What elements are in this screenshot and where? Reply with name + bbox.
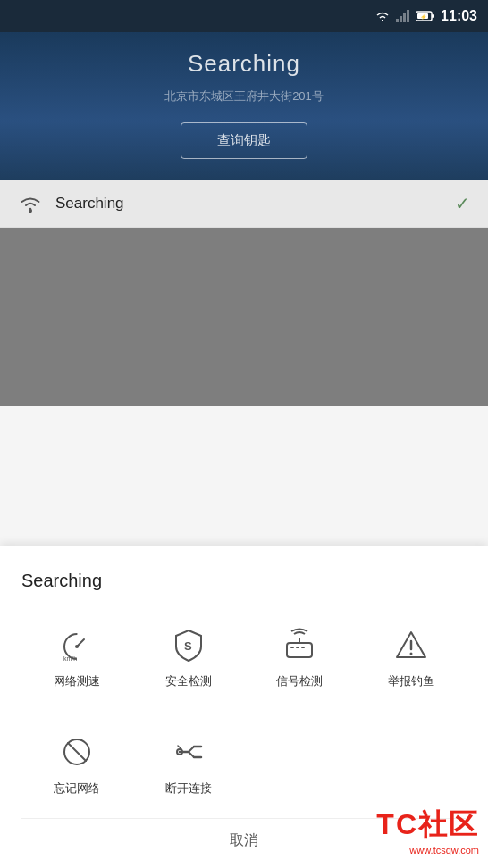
forget-network-item[interactable]: 忘记网络	[21, 720, 133, 809]
wifi-row[interactable]: Searching ✓	[0, 180, 488, 228]
report-phishing-icon	[391, 625, 431, 664]
forget-network-icon	[57, 732, 97, 772]
report-phishing-label: 举报钓鱼	[388, 673, 434, 689]
svg-rect-1	[400, 16, 402, 22]
svg-rect-0	[396, 19, 399, 22]
bottom-sheet: Searching km/h 网络测速 S 安全检测	[0, 546, 488, 868]
svg-line-22	[68, 743, 86, 761]
top-section: Searching 北京市东城区王府井大街201号 查询钥匙	[0, 32, 488, 180]
signal-check-icon	[280, 625, 319, 664]
svg-rect-2	[403, 13, 406, 22]
dark-overlay	[0, 228, 488, 406]
top-address: 北京市东城区王府井大街201号	[0, 88, 488, 104]
svg-rect-16	[296, 647, 299, 648]
connected-checkmark: ✓	[455, 193, 470, 214]
disconnect-item[interactable]: 断开连接	[133, 720, 245, 809]
top-title: Searching	[0, 50, 488, 78]
svg-rect-15	[290, 647, 294, 648]
status-bar: ⚡ 11:03	[0, 0, 488, 32]
report-phishing-item[interactable]: 举报钓鱼	[356, 613, 467, 702]
icon-grid-row2: 忘记网络 断开连接	[21, 720, 467, 809]
svg-line-27	[189, 752, 194, 757]
status-icons: ⚡ 11:03	[374, 8, 477, 24]
svg-text:⚡: ⚡	[420, 13, 427, 21]
security-check-item[interactable]: S 安全检测	[133, 613, 245, 702]
disconnect-label: 断开连接	[165, 780, 212, 797]
speed-test-item[interactable]: km/h 网络测速	[21, 613, 133, 702]
signal-check-item[interactable]: 信号检测	[244, 613, 356, 702]
svg-rect-14	[287, 643, 312, 657]
svg-point-8	[29, 209, 32, 213]
security-check-label: 安全检测	[165, 673, 212, 689]
svg-rect-17	[301, 647, 305, 648]
query-button[interactable]: 查询钥匙	[181, 122, 307, 159]
forget-network-label: 忘记网络	[54, 780, 100, 797]
time-display: 11:03	[441, 8, 477, 24]
signal-check-label: 信号检测	[276, 673, 323, 689]
svg-line-26	[189, 747, 194, 752]
disconnect-icon	[169, 732, 208, 772]
speed-test-icon: km/h	[57, 625, 97, 664]
speed-test-label: 网络测速	[54, 673, 100, 689]
wifi-status-icon	[374, 10, 391, 22]
signal-icon	[396, 10, 410, 22]
battery-icon: ⚡	[416, 10, 435, 22]
wifi-icon	[18, 194, 43, 213]
svg-point-20	[409, 653, 412, 655]
icon-grid-row1: km/h 网络测速 S 安全检测	[21, 613, 467, 702]
cancel-bar[interactable]: 取消	[21, 818, 467, 850]
cancel-label: 取消	[230, 832, 258, 847]
svg-rect-3	[407, 10, 409, 22]
svg-point-11	[75, 645, 79, 648]
wifi-name: Searching	[55, 195, 442, 213]
svg-rect-5	[432, 14, 434, 18]
security-check-icon: S	[169, 625, 208, 664]
svg-text:S: S	[184, 639, 192, 653]
sheet-title: Searching	[21, 571, 467, 591]
svg-text:km/h: km/h	[63, 655, 77, 662]
